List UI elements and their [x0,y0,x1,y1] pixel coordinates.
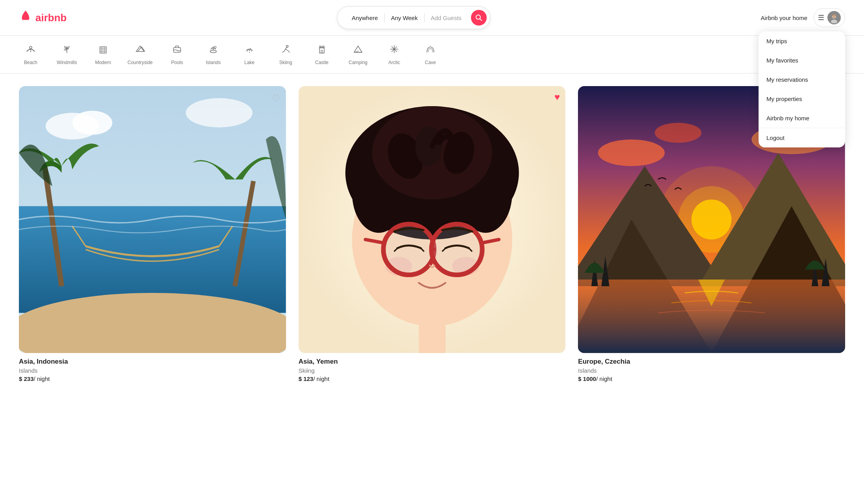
dropdown-my-trips[interactable]: My trips [759,31,845,51]
islands-icon [208,44,219,57]
lake-label: Lake [244,60,255,65]
header-right: Airbnb your home ☰ [761,8,845,27]
svg-point-10 [30,46,32,49]
dropdown-menu: My trips My favorites My reservations My… [759,31,845,147]
pools-label: Pools [171,60,183,65]
category-camping[interactable]: Camping [346,44,370,65]
svg-point-72 [655,123,702,143]
search-bar: Anywhere Any Week Add Guests [337,6,490,29]
favorite-btn-2[interactable]: ♥ [554,92,560,103]
svg-point-45 [186,98,253,128]
category-pools[interactable]: Pools [165,44,189,65]
svg-point-8 [833,16,834,17]
castle-icon [316,44,327,57]
category-skiing[interactable]: Skiing [274,44,297,65]
castle-label: Castle [315,60,329,65]
favorite-btn-1[interactable]: ♡ [272,92,281,103]
lake-icon [244,44,255,57]
pools-icon [172,44,183,57]
svg-point-9 [834,16,835,17]
category-windmills[interactable]: Windmills [55,44,79,65]
search-button[interactable] [471,10,487,26]
listing-title-2: Asia, Yemen [299,358,566,366]
svg-point-25 [214,46,216,48]
dropdown-airbnb-my-home[interactable]: Airbnb my home [759,109,845,128]
airbnb-home-link[interactable]: Airbnb your home [761,15,807,21]
dropdown-logout[interactable]: Logout [759,128,845,147]
category-islands[interactable]: Islands [201,44,225,65]
listing-image-1: ♡ [19,86,286,353]
svg-point-70 [598,140,665,166]
islands-label: Islands [206,60,221,65]
svg-rect-33 [321,50,323,53]
category-lake[interactable]: Lake [238,44,261,65]
svg-point-1 [27,16,30,20]
beach-label: Beach [24,60,37,65]
camping-icon [353,44,364,57]
category-castle[interactable]: Castle [310,44,334,65]
location-search[interactable]: Anywhere [345,15,384,21]
category-nav: Beach Windmills Modern [0,36,864,74]
user-menu-button[interactable]: ☰ [814,8,845,27]
skiing-label: Skiing [279,60,292,65]
countryside-label: Countryside [127,60,153,65]
logo-text: airbnb [35,12,66,24]
svg-rect-65 [419,323,445,353]
dropdown-my-properties[interactable]: My properties [759,89,845,109]
countryside-icon [135,44,146,57]
svg-point-44 [72,111,113,135]
listing-price-1: $ 233/ night [19,375,286,382]
camping-label: Camping [349,60,367,65]
avatar [827,11,841,24]
airbnb-logo-icon [19,9,32,26]
svg-point-62 [431,224,482,275]
category-cave[interactable]: Cave [419,44,442,65]
category-countryside[interactable]: Countryside [127,44,153,65]
hamburger-icon: ☰ [818,13,824,22]
beach-icon [25,44,36,57]
dropdown-my-reservations[interactable]: My reservations [759,70,845,89]
listing-price-3: $ 1000/ night [578,375,845,382]
svg-point-0 [22,16,25,20]
svg-point-39 [393,48,395,50]
svg-point-26 [249,52,250,53]
logo[interactable]: airbnb [19,9,66,26]
listing-type-2: Skiing [299,367,566,374]
arctic-label: Arctic [388,60,400,65]
category-beach[interactable]: Beach [19,44,42,65]
cave-icon [425,44,436,57]
cave-label: Cave [425,60,436,65]
listing-title-3: Europe, Czechia [578,358,845,366]
header: airbnb Anywhere Any Week Add Guests Airb… [0,0,864,36]
category-arctic[interactable]: Arctic [382,44,406,65]
modern-label: Modern [95,60,111,65]
svg-point-61 [383,224,434,275]
guests-search[interactable]: Add Guests [425,15,468,21]
skiing-icon [280,44,291,57]
modern-icon [98,44,109,57]
listing-card-2[interactable]: ♥ Asia, Yemen Skiing $ 123/ night [299,86,566,382]
listing-type-3: Islands [578,367,845,374]
listing-price-2: $ 123/ night [299,375,566,382]
arctic-icon [389,44,400,57]
listing-card-1[interactable]: ♡ Asia, Indonesia Islands $ 233/ night [19,86,286,382]
svg-line-3 [480,19,482,21]
windmills-icon [61,44,72,57]
dropdown-my-favorites[interactable]: My favorites [759,51,845,70]
windmills-label: Windmills [57,60,77,65]
listing-title-1: Asia, Indonesia [19,358,286,366]
svg-rect-32 [321,46,323,48]
listing-image-2: ♥ [299,86,566,353]
category-modern[interactable]: Modern [91,44,115,65]
week-search[interactable]: Any Week [385,15,424,21]
listings-grid: ♡ Asia, Indonesia Islands $ 233/ night [0,74,864,395]
listing-type-1: Islands [19,367,286,374]
